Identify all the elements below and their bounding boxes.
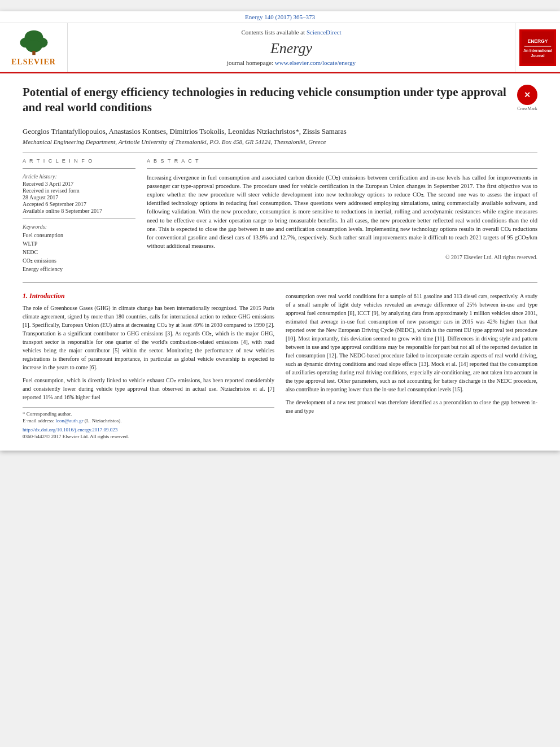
crossmark-icon: ✕: [517, 85, 537, 105]
journal-center: Contents lists available at ScienceDirec…: [68, 23, 515, 72]
accepted-date: Accepted 6 September 2017: [23, 201, 135, 207]
title-row: Potential of energy efficiency technolog…: [23, 85, 537, 121]
divider-info: [23, 168, 135, 169]
body-left-col: 1. Introduction The role of Greenhouse G…: [23, 292, 274, 439]
article-info-abstract: A R T I C L E I N F O Article history: R…: [23, 157, 537, 273]
svg-text:ENERGY: ENERGY: [527, 38, 548, 44]
citation-bar: Energy 140 (2017) 365–373: [0, 11, 560, 23]
issn-text: 0360-5442/© 2017 Elsevier Ltd. All right…: [23, 434, 274, 439]
doi-link[interactable]: http://dx.doi.org/10.1016/j.energy.2017.…: [23, 427, 117, 433]
keywords-list: Fuel consumption WLTP NEDC CO₂ emissions…: [23, 231, 135, 273]
keyword-4: CO₂ emissions: [23, 256, 135, 265]
svg-point-3: [25, 40, 42, 53]
abstract-head: A B S T R A C T: [147, 158, 537, 164]
intro-paragraph-2: Fuel consumption, which is directly link…: [23, 376, 274, 401]
abstract-col: A B S T R A C T Increasing divergence in…: [147, 157, 537, 273]
footnote-email-label: E-mail address:: [23, 418, 54, 423]
divider-1: [23, 152, 537, 152]
sciencedirect-link[interactable]: ScienceDirect: [307, 29, 342, 36]
keyword-2: WLTP: [23, 239, 135, 248]
doi-text: http://dx.doi.org/10.1016/j.energy.2017.…: [23, 427, 274, 433]
section1-title: 1. Introduction: [23, 292, 274, 300]
footnote-email-name: (L. Ntziachristos).: [85, 418, 122, 423]
body-right-col: consumption over real world conditions f…: [286, 292, 537, 439]
journal-header: Energy 140 (2017) 365–373 ELSEVIER Conte…: [0, 11, 560, 73]
intro-paragraph-1: The role of Greenhouse Gases (GHG) in cl…: [23, 304, 274, 372]
article-info: A R T I C L E I N F O Article history: R…: [23, 157, 135, 273]
elsevier-logo: ELSEVIER: [0, 23, 68, 72]
elsevier-brand: ELSEVIER: [11, 58, 56, 67]
footnote-email: E-mail address: leon@auth.gr (L. Ntziach…: [23, 418, 274, 423]
keywords-label: Keywords:: [23, 224, 135, 230]
footnote-area: * Corresponding author. E-mail address: …: [23, 407, 274, 439]
contents-text: Contents lists available at ScienceDirec…: [241, 29, 341, 36]
right-paragraph-1: consumption over real world conditions f…: [286, 292, 537, 394]
keyword-1: Fuel consumption: [23, 231, 135, 239]
journal-title: Energy: [270, 40, 312, 57]
affiliation: Mechanical Engineering Department, Arist…: [23, 138, 537, 145]
energy-journal-logo-icon: ENERGY An International Journal: [522, 30, 554, 64]
crossmark-label: CrossMark: [517, 106, 537, 111]
keyword-5: Energy efficiency: [23, 265, 135, 273]
citation-text: Energy 140 (2017) 365–373: [245, 14, 315, 20]
svg-rect-4: [32, 51, 35, 55]
article-info-head: A R T I C L E I N F O: [23, 158, 135, 164]
journal-top-row: ELSEVIER Contents lists available at Sci…: [0, 23, 560, 72]
section-divider: [23, 282, 537, 283]
available-date: Available online 8 September 2017: [23, 208, 135, 214]
svg-text:Journal: Journal: [531, 54, 545, 58]
abstract-text: Increasing divergence in fuel consumptio…: [147, 173, 537, 251]
info-dates: Received 3 April 2017 Received in revise…: [23, 181, 135, 214]
elsevier-tree-icon: [14, 28, 54, 56]
history-label: Article history:: [23, 173, 135, 180]
svg-text:An International: An International: [523, 49, 552, 53]
energy-logo-box: ENERGY An International Journal: [515, 23, 560, 72]
energy-logo-img: ENERGY An International Journal: [519, 29, 556, 66]
article-title: Potential of energy efficiency technolog…: [23, 85, 511, 116]
right-paragraph-2: The development of a new test protocol w…: [286, 398, 537, 415]
body-text-area: 1. Introduction The role of Greenhouse G…: [23, 292, 537, 439]
divider-keywords: [23, 219, 135, 219]
crossmark: ✕ CrossMark: [517, 85, 537, 111]
homepage-link[interactable]: www.elsevier.com/locate/energy: [275, 59, 356, 66]
journal-homepage: journal homepage: www.elsevier.com/locat…: [227, 59, 356, 66]
page: Energy 140 (2017) 365–373 ELSEVIER Conte…: [0, 11, 560, 451]
divider-abstract: [147, 168, 537, 169]
authors: Georgios Triantafyllopoulos, Anastasios …: [23, 127, 537, 136]
footnote-email-address[interactable]: leon@auth.gr: [55, 418, 83, 423]
copyright: © 2017 Elsevier Ltd. All rights reserved…: [147, 254, 537, 260]
received-date: Received 3 April 2017: [23, 181, 135, 187]
svg-rect-5: [522, 32, 554, 64]
footnote-corresponding: * Corresponding author.: [23, 411, 274, 417]
article-body: Potential of energy efficiency technolog…: [0, 73, 560, 451]
received-revised-label: Received in revised form: [23, 187, 135, 194]
keyword-3: NEDC: [23, 248, 135, 256]
revised-date: 28 August 2017: [23, 194, 135, 200]
